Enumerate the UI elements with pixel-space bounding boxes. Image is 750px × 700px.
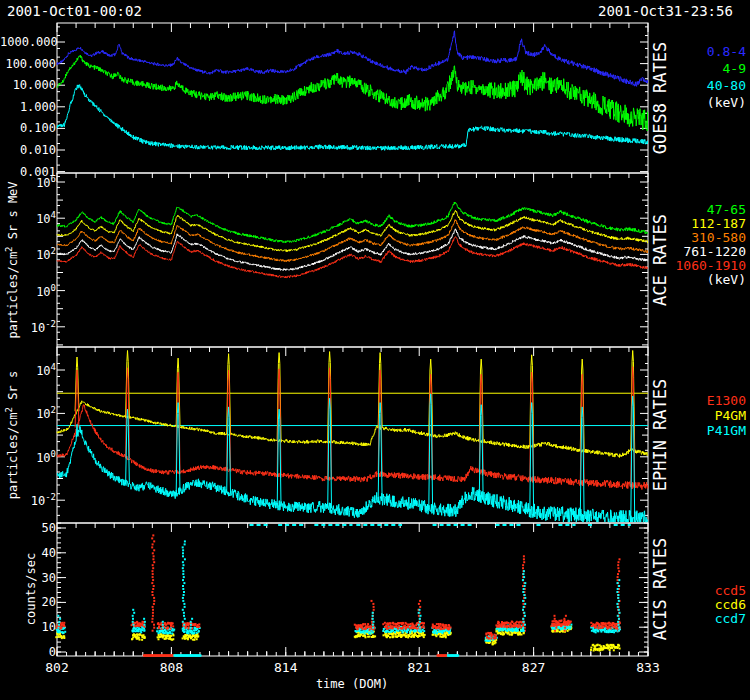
y-tick-label: 102 [0,405,56,421]
y-tick-label: 106 [0,174,56,190]
x-tick-label: 802 [45,660,68,675]
legend-ace-row: 761-1220 [683,244,746,259]
y-tick-label: 1.000 [0,100,56,114]
legend-ace-row: 310-580 [691,230,746,245]
y-tick-label: 50 [0,521,56,535]
y-tick-label: 20 [0,595,56,609]
legend-ephin-row: P4GM [715,408,746,423]
panel-title-goes8: GOES8 RATES [650,42,670,155]
y-tick-label: 1000.000 [0,35,56,49]
x-tick-label: 814 [274,660,297,675]
legend-ephin-row: E1300 [707,393,746,408]
acis-y-axis-unit: counts/sec [24,553,38,625]
start-timestamp: 2001-Oct01-00:02 [7,3,142,19]
end-timestamp: 2001-Oct31-23:56 [598,3,733,19]
y-tick-label: 104 [0,210,56,226]
y-tick-label: 0.010 [0,143,56,157]
y-tick-label: 40 [0,546,56,560]
legend-goes8-row: 4-9 [723,61,746,76]
y-tick-label: 100 [0,283,56,299]
y-tick-label: 10 [0,620,56,634]
y-tick-label: 100 [0,449,56,465]
space-weather-rates-plot: 2001-Oct01-00:02 2001-Oct31-23:56 GOES8 … [0,0,750,700]
legend-goes8-row: 0.8-4 [707,44,746,59]
ephin-y-axis-unit: particles/cm2 Sr s [4,371,20,499]
y-tick-label: 10-2 [0,319,56,335]
legend-goes8-row: 40-80 [707,78,746,93]
panel-title-ace: ACE RATES [650,214,670,306]
x-tick-label: 808 [160,660,183,675]
y-tick-label: 30 [0,571,56,585]
x-tick-label: 827 [522,660,545,675]
y-tick-label: 102 [0,246,56,262]
legend-ace-row: (keV) [707,272,746,287]
x-tick-label: 821 [407,660,430,675]
x-axis-title: time (DOM) [316,677,388,691]
plot-canvas [0,0,750,700]
legend-ace-row: 112-187 [691,216,746,231]
legend-acis-row: ccd6 [715,597,746,612]
y-tick-label: 10.000 [0,78,56,92]
y-tick-label: 0.100 [0,121,56,135]
panel-title-ephin: EPHIN RATES [650,379,670,492]
legend-acis-row: ccd7 [715,611,746,626]
legend-acis-row: ccd5 [715,583,746,598]
legend-ephin-row: P41GM [707,423,746,438]
y-tick-label: 104 [0,362,56,378]
y-tick-label: 10-2 [0,492,56,508]
legend-goes8-row: (keV) [707,95,746,110]
legend-ace-row: 1060-1910 [676,258,746,273]
x-tick-label: 833 [636,660,659,675]
legend-ace-row: 47-65 [707,202,746,217]
panel-title-acis: ACIS RATES [650,538,670,640]
y-tick-label: 0 [0,645,56,659]
y-tick-label: 100.000 [0,57,56,71]
